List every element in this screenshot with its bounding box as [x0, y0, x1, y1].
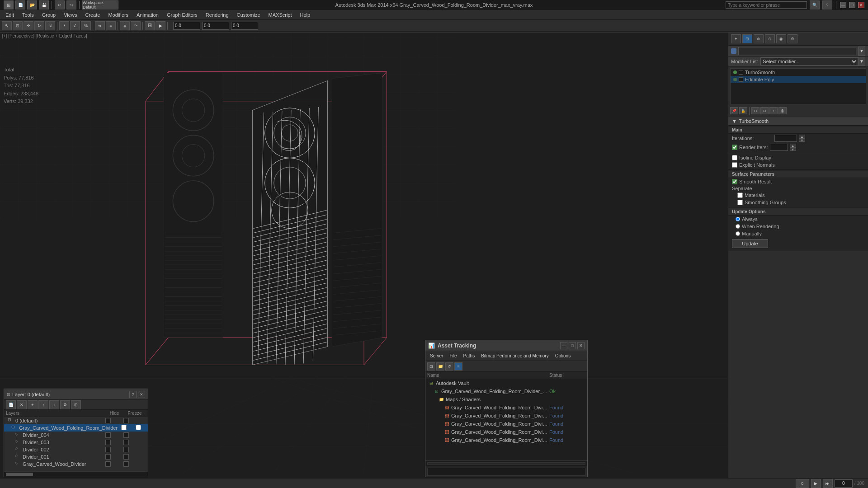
modifier-turbosmooth[interactable]: TurboSmooth	[731, 69, 866, 76]
asset-minimize-btn[interactable]: —	[560, 342, 567, 349]
open-btn[interactable]: 📂	[27, 0, 37, 9]
menu-help[interactable]: Help	[297, 11, 314, 19]
scale-btn[interactable]: ⇲	[45, 21, 55, 30]
asset-reflect[interactable]: 🖼 Gray_Carved_Wood_Folding_Room_Divider_…	[425, 436, 587, 444]
search-input[interactable]	[726, 1, 807, 9]
status-play-btn[interactable]: ▶	[811, 479, 821, 488]
layer-div002-hide[interactable]	[105, 447, 111, 452]
asset-diffuse[interactable]: 🖼 Gray_Carved_Wood_Folding_Room_Divider_…	[425, 404, 587, 412]
asset-menu-options[interactable]: Options	[552, 353, 573, 359]
remove-modifier-btn[interactable]: 🗑	[778, 107, 787, 114]
iterations-up[interactable]: ▲	[799, 135, 805, 138]
select-region-btn[interactable]: ⊡	[13, 21, 23, 30]
asset-path-input[interactable]	[427, 468, 585, 476]
asset-restore-btn[interactable]: □	[569, 342, 576, 349]
layer-delete-btn[interactable]: ✕	[17, 400, 27, 409]
modifier-list-arrow[interactable]: ▼	[858, 57, 865, 66]
menu-edit[interactable]: Edit	[2, 11, 18, 19]
render-setup-btn[interactable]: 🎞	[145, 21, 155, 30]
object-name-dropdown[interactable]: ▼	[858, 47, 865, 56]
layer-row-div001[interactable]: ◇ Divider_001	[4, 453, 148, 460]
lock-btn[interactable]: 🔒	[739, 107, 747, 114]
layer-help-btn[interactable]: ?	[129, 391, 137, 398]
asset-tree[interactable]: ⊞ Autodesk Vault ⊡ Gray_Carved_Wood_Fold…	[425, 379, 587, 460]
add-modifier-btn[interactable]: +	[769, 107, 778, 114]
iterations-down[interactable]: ▼	[799, 138, 805, 142]
search-icon[interactable]: 🔍	[810, 0, 820, 9]
update-options-section[interactable]: Update Options	[728, 208, 868, 216]
layer-div003-freeze[interactable]	[123, 440, 129, 445]
layer-scroll[interactable]: ⊡ 0 (default) ⊡ Gray_Carved_Wood_Folding…	[4, 417, 148, 471]
layer-row-div004[interactable]: ◇ Divider_004	[4, 432, 148, 439]
show-below-btn[interactable]: ⊔	[760, 107, 769, 114]
asset-tb3[interactable]: ↺	[445, 362, 453, 371]
layer-row-div003[interactable]: ◇ Divider_003	[4, 439, 148, 446]
menu-create[interactable]: Create	[81, 11, 104, 19]
save-btn[interactable]: 💾	[39, 0, 49, 9]
asset-menu-paths[interactable]: Paths	[461, 353, 478, 359]
layer-hscroll[interactable]	[6, 473, 33, 476]
layer-settings-btn[interactable]: ⚙	[60, 400, 70, 409]
modifier-editable-poly[interactable]: Editable Poly	[731, 76, 866, 83]
minimize-btn[interactable]: —	[840, 2, 846, 8]
snap-percent-btn[interactable]: %	[81, 21, 91, 30]
menu-tools[interactable]: Tools	[19, 11, 38, 19]
status-frame-input[interactable]	[835, 479, 853, 488]
layer-div003-hide[interactable]	[105, 440, 111, 445]
explicit-check[interactable]	[732, 162, 737, 168]
layer-move-up-btn[interactable]: ↑	[38, 400, 48, 409]
asset-normal[interactable]: 🖼 Gray_Carved_Wood_Folding_Room_Divider_…	[425, 428, 587, 436]
render-iters-down[interactable]: ▼	[790, 147, 796, 151]
curve-btn[interactable]: 〜	[131, 21, 141, 30]
layer-expand-btn[interactable]: ⊞	[71, 400, 81, 409]
select-btn[interactable]: ↖	[2, 21, 12, 30]
always-radio[interactable]	[736, 217, 740, 221]
asset-tb2[interactable]: 📁	[436, 362, 444, 371]
menu-graph-editors[interactable]: Graph Editors	[163, 11, 201, 19]
update-button[interactable]: Update	[732, 239, 768, 248]
asset-hscroll[interactable]	[427, 462, 585, 465]
asset-vault[interactable]: ⊞ Autodesk Vault	[425, 379, 587, 387]
asset-tb4[interactable]: ≡	[454, 362, 462, 371]
layer-row-div002[interactable]: ◇ Divider_002	[4, 446, 148, 453]
isoline-check[interactable]	[732, 155, 737, 160]
menu-rendering[interactable]: Rendering	[202, 11, 232, 19]
app-icon[interactable]: ⊞	[4, 0, 14, 9]
layer-add-sel-btn[interactable]: +	[28, 400, 38, 409]
asset-maps-folder[interactable]: 📁 Maps / Shaders	[425, 395, 587, 404]
z-coord[interactable]	[231, 22, 258, 30]
status-time-btn[interactable]: 0	[796, 479, 809, 488]
create-panel-btn[interactable]: ✦	[731, 34, 741, 43]
asset-close-btn[interactable]: ✕	[577, 342, 585, 349]
menu-views[interactable]: Views	[60, 11, 80, 19]
render-iters-up[interactable]: ▲	[790, 144, 796, 147]
snap-btn[interactable]: ⋮	[59, 21, 69, 30]
pin-stack-btn[interactable]: 📌	[730, 107, 738, 114]
settings-btn[interactable]: Workspace: Default	[82, 0, 118, 9]
layer-div001-freeze[interactable]	[123, 454, 129, 460]
when-rendering-radio[interactable]	[736, 224, 740, 229]
align-btn[interactable]: ≡	[106, 21, 116, 30]
snap-angle-btn[interactable]: ∠	[70, 21, 80, 30]
layer-div004-freeze[interactable]	[123, 432, 129, 438]
show-end-btn[interactable]: ⊓	[751, 107, 760, 114]
utility-panel-btn[interactable]: ⚙	[788, 34, 797, 43]
manually-radio[interactable]	[736, 231, 740, 236]
render-btn[interactable]: ▶	[156, 21, 165, 30]
asset-glossiness[interactable]: 🖼 Gray_Carved_Wood_Folding_Room_Divider_…	[425, 420, 587, 428]
main-section[interactable]: Main	[728, 127, 868, 134]
modifier-list-select[interactable]: Select modifier...	[760, 57, 858, 66]
render-iters-check[interactable]	[732, 145, 737, 150]
iterations-input[interactable]: 0	[774, 135, 797, 142]
asset-menu-server[interactable]: Server	[427, 353, 446, 359]
layer-new-btn[interactable]: 📄	[6, 400, 16, 409]
layer-row-gray[interactable]: ◇ Gray_Carved_Wood_Divider	[4, 460, 148, 468]
maximize-btn[interactable]: □	[849, 2, 855, 8]
materials-check[interactable]	[737, 192, 743, 198]
modify-panel-btn[interactable]: ⊞	[742, 34, 752, 43]
menu-modifiers[interactable]: Modifiers	[104, 11, 132, 19]
layer-div002-freeze[interactable]	[123, 447, 129, 452]
smoothing-check[interactable]	[737, 200, 743, 205]
layer-close-btn[interactable]: ✕	[138, 391, 145, 398]
asset-tb1[interactable]: ⊡	[427, 362, 435, 371]
